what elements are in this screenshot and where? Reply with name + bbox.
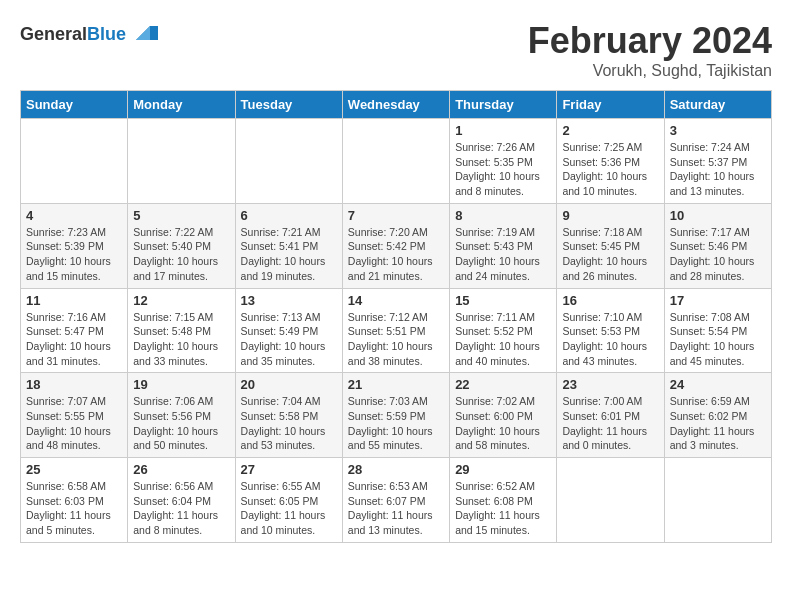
calendar-cell: 4Sunrise: 7:23 AM Sunset: 5:39 PM Daylig… (21, 203, 128, 288)
day-info: Sunrise: 7:18 AM Sunset: 5:45 PM Dayligh… (562, 225, 658, 284)
calendar-cell: 23Sunrise: 7:00 AM Sunset: 6:01 PM Dayli… (557, 373, 664, 458)
calendar-cell (128, 119, 235, 204)
day-info: Sunrise: 7:16 AM Sunset: 5:47 PM Dayligh… (26, 310, 122, 369)
weekday-header-tuesday: Tuesday (235, 91, 342, 119)
week-row-1: 1Sunrise: 7:26 AM Sunset: 5:35 PM Daylig… (21, 119, 772, 204)
day-number: 3 (670, 123, 766, 138)
day-info: Sunrise: 7:04 AM Sunset: 5:58 PM Dayligh… (241, 394, 337, 453)
weekday-header-saturday: Saturday (664, 91, 771, 119)
day-info: Sunrise: 7:23 AM Sunset: 5:39 PM Dayligh… (26, 225, 122, 284)
day-info: Sunrise: 6:56 AM Sunset: 6:04 PM Dayligh… (133, 479, 229, 538)
calendar-cell: 25Sunrise: 6:58 AM Sunset: 6:03 PM Dayli… (21, 458, 128, 543)
weekday-header-friday: Friday (557, 91, 664, 119)
calendar-cell: 10Sunrise: 7:17 AM Sunset: 5:46 PM Dayli… (664, 203, 771, 288)
day-info: Sunrise: 7:13 AM Sunset: 5:49 PM Dayligh… (241, 310, 337, 369)
day-number: 29 (455, 462, 551, 477)
calendar-cell: 2Sunrise: 7:25 AM Sunset: 5:36 PM Daylig… (557, 119, 664, 204)
day-number: 22 (455, 377, 551, 392)
calendar-cell (235, 119, 342, 204)
day-number: 11 (26, 293, 122, 308)
page-header: GeneralBlue February 2024 Vorukh, Sughd,… (20, 20, 772, 80)
calendar-cell: 5Sunrise: 7:22 AM Sunset: 5:40 PM Daylig… (128, 203, 235, 288)
calendar-cell: 15Sunrise: 7:11 AM Sunset: 5:52 PM Dayli… (450, 288, 557, 373)
day-number: 18 (26, 377, 122, 392)
day-info: Sunrise: 7:12 AM Sunset: 5:51 PM Dayligh… (348, 310, 444, 369)
day-number: 17 (670, 293, 766, 308)
day-info: Sunrise: 7:11 AM Sunset: 5:52 PM Dayligh… (455, 310, 551, 369)
calendar-cell: 24Sunrise: 6:59 AM Sunset: 6:02 PM Dayli… (664, 373, 771, 458)
logo-blue: Blue (87, 24, 126, 44)
day-number: 19 (133, 377, 229, 392)
day-info: Sunrise: 6:58 AM Sunset: 6:03 PM Dayligh… (26, 479, 122, 538)
day-number: 6 (241, 208, 337, 223)
calendar-cell (21, 119, 128, 204)
calendar-cell: 21Sunrise: 7:03 AM Sunset: 5:59 PM Dayli… (342, 373, 449, 458)
calendar-cell: 13Sunrise: 7:13 AM Sunset: 5:49 PM Dayli… (235, 288, 342, 373)
day-info: Sunrise: 7:26 AM Sunset: 5:35 PM Dayligh… (455, 140, 551, 199)
day-number: 27 (241, 462, 337, 477)
day-info: Sunrise: 7:00 AM Sunset: 6:01 PM Dayligh… (562, 394, 658, 453)
calendar-cell: 12Sunrise: 7:15 AM Sunset: 5:48 PM Dayli… (128, 288, 235, 373)
calendar-table: SundayMondayTuesdayWednesdayThursdayFrid… (20, 90, 772, 543)
day-number: 20 (241, 377, 337, 392)
day-info: Sunrise: 7:19 AM Sunset: 5:43 PM Dayligh… (455, 225, 551, 284)
week-row-3: 11Sunrise: 7:16 AM Sunset: 5:47 PM Dayli… (21, 288, 772, 373)
day-number: 8 (455, 208, 551, 223)
day-number: 7 (348, 208, 444, 223)
calendar-cell: 27Sunrise: 6:55 AM Sunset: 6:05 PM Dayli… (235, 458, 342, 543)
day-number: 26 (133, 462, 229, 477)
calendar-cell: 18Sunrise: 7:07 AM Sunset: 5:55 PM Dayli… (21, 373, 128, 458)
title-area: February 2024 Vorukh, Sughd, Tajikistan (528, 20, 772, 80)
day-info: Sunrise: 7:20 AM Sunset: 5:42 PM Dayligh… (348, 225, 444, 284)
calendar-cell: 14Sunrise: 7:12 AM Sunset: 5:51 PM Dayli… (342, 288, 449, 373)
day-info: Sunrise: 7:15 AM Sunset: 5:48 PM Dayligh… (133, 310, 229, 369)
day-info: Sunrise: 7:07 AM Sunset: 5:55 PM Dayligh… (26, 394, 122, 453)
week-row-5: 25Sunrise: 6:58 AM Sunset: 6:03 PM Dayli… (21, 458, 772, 543)
day-number: 24 (670, 377, 766, 392)
day-info: Sunrise: 6:53 AM Sunset: 6:07 PM Dayligh… (348, 479, 444, 538)
calendar-cell: 29Sunrise: 6:52 AM Sunset: 6:08 PM Dayli… (450, 458, 557, 543)
day-number: 12 (133, 293, 229, 308)
day-info: Sunrise: 6:52 AM Sunset: 6:08 PM Dayligh… (455, 479, 551, 538)
logo-icon (128, 20, 160, 48)
calendar-cell: 16Sunrise: 7:10 AM Sunset: 5:53 PM Dayli… (557, 288, 664, 373)
weekday-header-sunday: Sunday (21, 91, 128, 119)
day-number: 21 (348, 377, 444, 392)
calendar-cell: 6Sunrise: 7:21 AM Sunset: 5:41 PM Daylig… (235, 203, 342, 288)
day-info: Sunrise: 7:03 AM Sunset: 5:59 PM Dayligh… (348, 394, 444, 453)
logo: GeneralBlue (20, 20, 160, 48)
day-info: Sunrise: 7:10 AM Sunset: 5:53 PM Dayligh… (562, 310, 658, 369)
day-info: Sunrise: 6:59 AM Sunset: 6:02 PM Dayligh… (670, 394, 766, 453)
day-number: 9 (562, 208, 658, 223)
calendar-cell: 7Sunrise: 7:20 AM Sunset: 5:42 PM Daylig… (342, 203, 449, 288)
calendar-cell (557, 458, 664, 543)
day-number: 5 (133, 208, 229, 223)
day-info: Sunrise: 7:25 AM Sunset: 5:36 PM Dayligh… (562, 140, 658, 199)
svg-marker-1 (136, 26, 150, 40)
day-number: 16 (562, 293, 658, 308)
day-number: 14 (348, 293, 444, 308)
logo-general: General (20, 24, 87, 44)
day-info: Sunrise: 7:02 AM Sunset: 6:00 PM Dayligh… (455, 394, 551, 453)
weekday-header-thursday: Thursday (450, 91, 557, 119)
day-number: 1 (455, 123, 551, 138)
day-number: 25 (26, 462, 122, 477)
calendar-cell: 22Sunrise: 7:02 AM Sunset: 6:00 PM Dayli… (450, 373, 557, 458)
week-row-4: 18Sunrise: 7:07 AM Sunset: 5:55 PM Dayli… (21, 373, 772, 458)
day-number: 15 (455, 293, 551, 308)
day-info: Sunrise: 7:17 AM Sunset: 5:46 PM Dayligh… (670, 225, 766, 284)
day-info: Sunrise: 7:24 AM Sunset: 5:37 PM Dayligh… (670, 140, 766, 199)
calendar-cell (664, 458, 771, 543)
weekday-header-wednesday: Wednesday (342, 91, 449, 119)
day-info: Sunrise: 7:22 AM Sunset: 5:40 PM Dayligh… (133, 225, 229, 284)
calendar-cell (342, 119, 449, 204)
calendar-cell: 9Sunrise: 7:18 AM Sunset: 5:45 PM Daylig… (557, 203, 664, 288)
day-info: Sunrise: 6:55 AM Sunset: 6:05 PM Dayligh… (241, 479, 337, 538)
day-number: 13 (241, 293, 337, 308)
day-info: Sunrise: 7:06 AM Sunset: 5:56 PM Dayligh… (133, 394, 229, 453)
day-number: 10 (670, 208, 766, 223)
calendar-cell: 8Sunrise: 7:19 AM Sunset: 5:43 PM Daylig… (450, 203, 557, 288)
day-info: Sunrise: 7:21 AM Sunset: 5:41 PM Dayligh… (241, 225, 337, 284)
calendar-subtitle: Vorukh, Sughd, Tajikistan (528, 62, 772, 80)
calendar-cell: 28Sunrise: 6:53 AM Sunset: 6:07 PM Dayli… (342, 458, 449, 543)
